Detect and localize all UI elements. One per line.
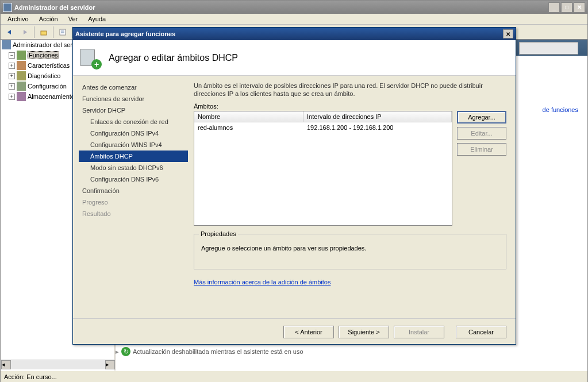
menu-archivo[interactable]: Archivo bbox=[3, 14, 33, 24]
expand-icon[interactable]: − bbox=[9, 52, 15, 59]
wizard-titlebar[interactable]: Asistente para agregar funciones ✕ bbox=[73, 28, 516, 40]
delete-button[interactable]: Eliminar bbox=[457, 143, 506, 156]
properties-button[interactable] bbox=[56, 26, 70, 38]
nav-item[interactable]: Configuración WINS IPv4 bbox=[79, 139, 188, 151]
scroll-left-icon[interactable]: ◂ bbox=[1, 360, 11, 369]
minimize-button[interactable]: _ bbox=[548, 2, 560, 13]
wizard-title: Asistente para agregar funciones bbox=[75, 30, 503, 37]
back-button[interactable]: < Anterior bbox=[283, 326, 334, 338]
next-button[interactable]: Siguiente > bbox=[339, 326, 389, 338]
cancel-button[interactable]: Cancelar bbox=[456, 326, 506, 338]
wizard-close-button[interactable]: ✕ bbox=[503, 29, 513, 38]
wizard-header: + Agregar o editar ámbitos DHCP bbox=[73, 40, 516, 76]
nav-item[interactable]: Progreso bbox=[79, 196, 188, 208]
svg-rect-1 bbox=[60, 29, 66, 35]
properties-group: Propiedades Agregue o seleccione un ámbi… bbox=[194, 234, 506, 269]
status-label: Acción: bbox=[4, 373, 25, 380]
main-title: Administrador del servidor bbox=[14, 4, 548, 11]
forward-button[interactable] bbox=[18, 26, 32, 38]
nav-item[interactable]: Resultado bbox=[79, 208, 188, 219]
nav-item[interactable]: Enlaces de conexión de red bbox=[79, 116, 188, 128]
edit-button[interactable]: Editar... bbox=[457, 127, 506, 140]
expand-icon[interactable]: + bbox=[9, 63, 15, 69]
scopes-table[interactable]: Nombre Intervalo de direcciones IP red-a… bbox=[194, 111, 452, 226]
menu-ayuda[interactable]: Ayuda bbox=[83, 14, 110, 24]
menubar: Archivo Acción Ver Ayuda bbox=[1, 14, 587, 25]
add-button[interactable]: Agregar... bbox=[457, 111, 506, 124]
statusbar: Acción: En curso... bbox=[1, 371, 587, 382]
server-manager-icon bbox=[3, 3, 12, 12]
description-text: Un ámbito es el intervalo de posibles di… bbox=[194, 82, 506, 98]
nav-item[interactable]: Servidor DHCP bbox=[79, 105, 188, 116]
server-icon bbox=[2, 40, 11, 49]
menu-accion[interactable]: Acción bbox=[34, 14, 63, 24]
scroll-right-icon[interactable]: ▸ bbox=[105, 360, 115, 369]
nav-item[interactable]: Configuración DNS IPv6 bbox=[79, 173, 188, 185]
tree-scrollbar-h[interactable]: ◂ ▸ bbox=[1, 360, 115, 369]
nav-item[interactable]: Confirmación bbox=[79, 185, 188, 196]
storage-icon bbox=[17, 92, 26, 101]
right-link-fragment[interactable]: de funciones bbox=[543, 106, 578, 113]
wizard-content: Un ámbito es el intervalo de posibles di… bbox=[188, 76, 516, 318]
update-status: ▸ ↻ Actualización deshabilitada mientras… bbox=[116, 347, 460, 356]
roles-icon bbox=[17, 51, 26, 60]
expand-icon[interactable]: + bbox=[9, 83, 15, 90]
col-name[interactable]: Nombre bbox=[194, 111, 303, 122]
back-button[interactable] bbox=[3, 26, 17, 38]
install-button[interactable]: Instalar bbox=[394, 326, 444, 338]
nav-item[interactable]: Modo sin estado DHCPv6 bbox=[79, 162, 188, 173]
col-range[interactable]: Intervalo de direcciones IP bbox=[303, 111, 452, 122]
status-text: En curso... bbox=[26, 373, 57, 380]
nav-item[interactable]: Ámbitos DHCP bbox=[79, 151, 188, 162]
properties-text: Agregue o seleccione un ámbito para ver … bbox=[201, 245, 499, 252]
wizard-nav: Antes de comenzarFunciones de servidorSe… bbox=[73, 76, 188, 318]
wizard-heading: Agregar o editar ámbitos DHCP bbox=[109, 53, 238, 63]
wizard-dialog: Asistente para agregar funciones ✕ + Agr… bbox=[72, 27, 516, 345]
expand-icon[interactable]: + bbox=[9, 94, 15, 100]
features-icon bbox=[17, 61, 26, 70]
expand-icon[interactable]: + bbox=[9, 73, 15, 79]
nav-item[interactable]: Funciones de servidor bbox=[79, 93, 188, 105]
properties-legend: Propiedades bbox=[199, 230, 238, 237]
wizard-footer: < Anterior Siguiente > Instalar Cancelar bbox=[73, 318, 516, 345]
more-info-link[interactable]: Más información acerca de la adición de … bbox=[194, 279, 330, 285]
main-titlebar: Administrador del servidor _ □ ✕ bbox=[1, 1, 587, 14]
up-button[interactable] bbox=[37, 26, 51, 38]
scopes-label: Ámbitos: bbox=[194, 103, 506, 110]
diagnostics-icon bbox=[17, 71, 26, 80]
svg-rect-0 bbox=[41, 31, 47, 35]
nav-item[interactable]: Configuración DNS IPv4 bbox=[79, 128, 188, 139]
table-header: Nombre Intervalo de direcciones IP bbox=[194, 111, 452, 122]
actions-panel-header bbox=[519, 42, 578, 55]
maximize-button[interactable]: □ bbox=[561, 2, 572, 13]
wizard-header-icon: + bbox=[79, 47, 102, 70]
config-icon bbox=[17, 82, 26, 91]
table-row[interactable]: red-alumnos192.168.1.200 - 192.168.1.200 bbox=[194, 122, 452, 133]
nav-item[interactable]: Antes de comenzar bbox=[79, 82, 188, 93]
refresh-icon: ↻ bbox=[121, 347, 130, 356]
menu-ver[interactable]: Ver bbox=[64, 14, 83, 24]
close-button[interactable]: ✕ bbox=[574, 2, 585, 13]
